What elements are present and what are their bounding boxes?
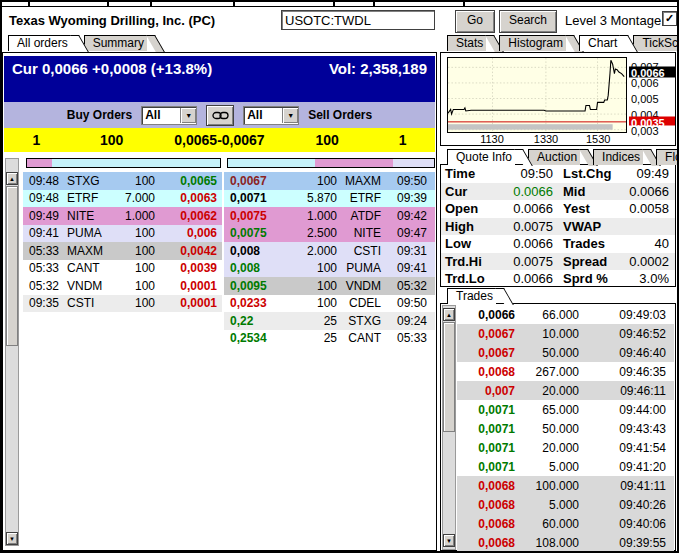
bid-row[interactable]: 09:48 ETRF 7.000 0,0063	[23, 190, 222, 208]
tab-label: All orders	[17, 36, 68, 50]
ask-size: 2.500	[282, 226, 337, 240]
ask-row[interactable]: 0,0095 100 VNDM 05:32	[224, 277, 435, 295]
tab-label: Stats	[456, 36, 483, 50]
bid-price: 0,0001	[169, 296, 222, 310]
ask-row[interactable]: 0,008 2.000 CSTI 09:31	[224, 242, 435, 260]
trade-time: 09:46:52	[579, 327, 674, 341]
quote-tab[interactable]: Auction	[528, 149, 580, 165]
trade-row: 0,0068 5.000 09:40:26	[457, 495, 674, 514]
analysis-tab[interactable]: TickScope	[633, 35, 679, 51]
quote-info-row: Cur 0.0066 Mid 0.0066	[441, 183, 675, 201]
trade-row: 0,0068 267.000 09:46:35	[457, 362, 674, 381]
quote-info-row: Time 09:50 Lst.Chg 09:49	[441, 165, 675, 183]
chevron-down-icon[interactable]: ▼	[180, 108, 196, 123]
scroll-up-icon[interactable]: ▲	[443, 308, 455, 321]
ask-row[interactable]: 0,0067 100 MAXM 09:50	[224, 172, 435, 190]
bid-row[interactable]: 05:32 VNDM 100 0,0001	[23, 277, 222, 295]
trades-panel: ▲ ▼ 0,0066 66.000 09:49:03 0,0067 10.000…	[440, 303, 676, 551]
chevron-down-icon[interactable]: ▼	[282, 108, 298, 123]
trade-time: 09:40:26	[579, 498, 674, 512]
bid-time: 05:33	[23, 261, 67, 275]
trade-time: 09:44:00	[579, 403, 674, 417]
depth-segment	[393, 159, 434, 167]
bid-book: 09:48 STXG 100 0,0065 09:48 ETRF 7.000 0…	[23, 172, 222, 312]
ask-depth-bar	[227, 158, 435, 168]
bid-row[interactable]: 09:41 PUMA 100 0,006	[23, 225, 222, 243]
ask-time: 09:50	[381, 174, 435, 188]
bid-time: 05:33	[23, 244, 67, 258]
search-button[interactable]: Search	[499, 10, 557, 33]
level3-montage-checkbox[interactable]: ✓	[662, 11, 677, 26]
buy-filter-dropdown[interactable]: All ▼	[141, 106, 197, 125]
bid-level-count: 1	[4, 132, 69, 148]
analysis-tab-bar: Stats Histogram Chart TickScope	[447, 35, 679, 51]
quote-label: Mid	[553, 184, 627, 199]
orders-tab[interactable]: Summary	[84, 35, 147, 51]
symbol-input[interactable]	[281, 10, 435, 30]
tab-remnant-tick	[150, 0, 152, 6]
ask-market-maker: MAXM	[337, 174, 381, 188]
quote-label: Sprd %	[553, 271, 627, 286]
ask-price: 0,0075	[224, 209, 282, 223]
montage-scrollbar[interactable]: ▲ ▼	[5, 158, 19, 546]
ask-time: 09:39	[381, 191, 435, 205]
tab-label: Auction	[537, 150, 577, 164]
x-tick-label: 1130	[480, 133, 504, 145]
bid-row[interactable]: 09:48 STXG 100 0,0065	[23, 172, 222, 190]
price-chart	[447, 57, 627, 133]
scrollbar-thumb[interactable]	[6, 186, 18, 346]
ask-row[interactable]: 0,0233 100 CDEL 09:50	[224, 295, 435, 313]
trade-size: 5.000	[515, 498, 579, 512]
quote-tab[interactable]: Flow	[656, 149, 679, 165]
bid-row[interactable]: 09:35 CSTI 100 0,0001	[23, 295, 222, 313]
bid-time: 09:41	[23, 226, 67, 240]
link-filters-button[interactable]	[206, 105, 234, 126]
quote-label: Time	[441, 166, 501, 181]
quote-tab[interactable]: Quote Info	[447, 149, 515, 165]
ask-size: 5.870	[282, 191, 337, 205]
ask-row[interactable]: 0,0075 1.000 ATDF 09:42	[224, 207, 435, 225]
trades-tab[interactable]: Trades	[447, 288, 496, 304]
orders-tab[interactable]: All orders	[8, 35, 71, 51]
sell-filter-dropdown[interactable]: All ▼	[243, 106, 299, 125]
scroll-up-icon[interactable]: ▲	[6, 172, 18, 185]
scroll-down-icon[interactable]: ▼	[443, 534, 455, 547]
ask-row[interactable]: 0,0075 2.500 NITE 09:47	[224, 225, 435, 243]
go-button[interactable]: Go	[455, 10, 495, 33]
ask-market-maker: CSTI	[337, 244, 381, 258]
trade-price: 0,0067	[457, 327, 515, 341]
quote-info-row: Trd.Hi 0.0075 Spread 0.0002	[441, 253, 675, 271]
trades-scrollbar[interactable]: ▲ ▼	[442, 305, 456, 550]
bid-row[interactable]: 05:33 MAXM 100 0,0042	[23, 242, 222, 260]
ask-row[interactable]: 0,008 100 PUMA 09:41	[224, 260, 435, 278]
bid-row[interactable]: 09:49 NITE 1.000 0,0062	[23, 207, 222, 225]
bid-size: 1.000	[111, 209, 169, 223]
bid-price: 0,0062	[169, 209, 222, 223]
quote-tab[interactable]: Indices	[593, 149, 643, 165]
ask-row[interactable]: 0,0071 5.870 ETRF 09:39	[224, 190, 435, 208]
analysis-tab[interactable]: Chart	[579, 35, 620, 51]
quote-info-row: Open 0.0066 Yest 0.0058	[441, 200, 675, 218]
bid-time: 09:48	[23, 174, 67, 188]
chart-y-axis: 0,0070,00660,0060,0050,0040,00350,003	[629, 57, 675, 133]
trade-price: 0,0068	[457, 536, 515, 550]
ask-market-maker: VNDM	[337, 279, 381, 293]
ask-time: 09:41	[381, 261, 435, 275]
sell-orders-label: Sell Orders	[308, 108, 372, 122]
ask-time: 05:33	[381, 331, 435, 345]
ask-row[interactable]: 0,2534 25 CANT 05:33	[224, 330, 435, 348]
depth-segment	[27, 159, 52, 167]
scrollbar-thumb[interactable]	[443, 322, 455, 432]
trade-size: 5.000	[515, 460, 579, 474]
analysis-tab[interactable]: Stats	[447, 35, 486, 51]
trade-time: 09:49:03	[579, 308, 674, 322]
instrument-title: Texas Wyoming Drilling, Inc. (PC)	[9, 13, 215, 28]
tab-remnant-tick	[233, 0, 235, 6]
bid-row[interactable]: 05:33 CANT 100 0,0039	[23, 260, 222, 278]
analysis-tab[interactable]: Histogram	[499, 35, 566, 51]
ask-row[interactable]: 0,22 25 STXG 09:24	[224, 312, 435, 330]
scroll-down-icon[interactable]: ▼	[6, 532, 18, 545]
trade-row: 0,0067 10.000 09:46:52	[457, 324, 674, 343]
x-tick-label: 1330	[534, 133, 558, 145]
trade-row: 0,0071 65.000 09:44:00	[457, 400, 674, 419]
